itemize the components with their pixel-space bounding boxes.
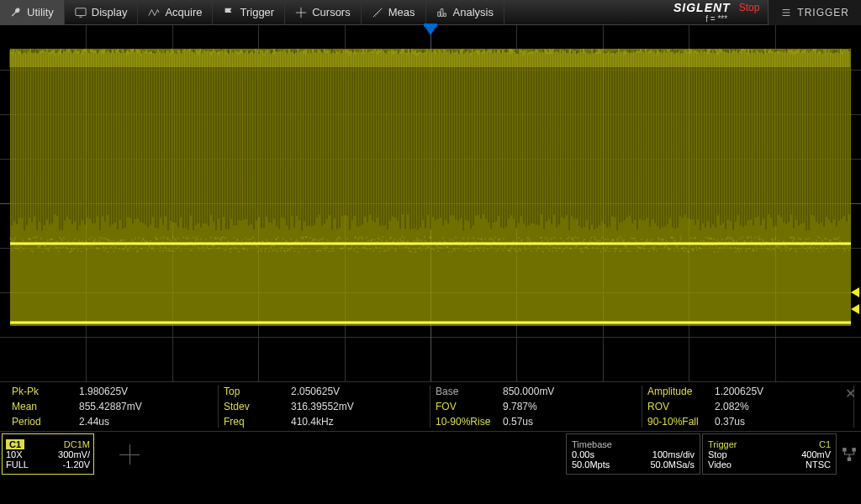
meas-label: 90-10%Fall <box>647 416 715 428</box>
meas-value: 9.787% <box>503 401 537 412</box>
cursors-icon <box>295 7 307 18</box>
brand-name: SIGLENT <box>673 1 731 14</box>
crosshair-icon <box>119 444 140 465</box>
svg-rect-2 <box>843 448 847 452</box>
menu-trigger[interactable]: Trigger <box>213 0 285 25</box>
trigger-source: C1 <box>819 439 831 449</box>
timebase-rate: 50.0MSa/s <box>650 459 695 470</box>
menu-label: Utility <box>27 6 54 18</box>
channel-offset-indicator[interactable] <box>851 304 859 314</box>
close-icon: ✕ <box>845 386 856 401</box>
channel-offset: -1.20V <box>63 459 90 470</box>
meas-label: 10-90%Rise <box>436 416 503 428</box>
svg-rect-0 <box>76 8 86 15</box>
channel-vdiv: 300mV/ <box>58 449 90 459</box>
meas-column: Pk-Pk1.980625V Mean855.42887mV Period2.4… <box>7 386 219 428</box>
svg-rect-3 <box>852 448 856 452</box>
timebase-title: Timebase <box>572 439 612 449</box>
meas-value: 855.42887mV <box>79 401 142 412</box>
meas-value: 410.4kHz <box>291 416 334 428</box>
menu-label: Display <box>92 6 128 18</box>
list-icon <box>780 7 792 18</box>
timebase-box[interactable]: Timebase 0.00s100ms/div 50.0Mpts50.0MSa/… <box>566 433 700 475</box>
trigger-box[interactable]: TriggerC1 Stop400mV VideoNTSC <box>702 433 837 475</box>
menu-label: Acquire <box>165 6 202 18</box>
trigger-level: 400mV <box>801 449 831 459</box>
measurements-panel: Pk-Pk1.980625V Mean855.42887mV Period2.4… <box>0 381 861 431</box>
trigger-position-marker[interactable] <box>424 25 437 35</box>
position-control[interactable] <box>96 432 163 476</box>
trigger-panel-button[interactable]: TRIGGER <box>768 0 861 25</box>
timebase-hdiv: 100ms/div <box>652 449 695 459</box>
meas-value: 0.37us <box>715 416 745 428</box>
menu-label: Cursors <box>312 6 351 18</box>
meas-value: 2.44us <box>79 416 109 428</box>
channel-id: C1 <box>6 439 24 449</box>
meas-value: 2.082% <box>715 401 749 412</box>
meas-label: Amplitude <box>647 386 715 397</box>
waveform-trace <box>0 25 861 381</box>
trigger-title: Trigger <box>708 439 737 449</box>
meas-label: Stdev <box>224 401 291 412</box>
menu-display[interactable]: Display <box>65 0 139 25</box>
meas-label: Freq <box>224 416 291 428</box>
channel-coupling: DC1M <box>64 439 90 449</box>
close-measurements-button[interactable]: ✕ <box>843 386 858 401</box>
acquire-icon <box>148 7 160 18</box>
waveform-display[interactable] <box>0 25 861 381</box>
menu-label: Trigger <box>240 6 274 18</box>
meas-value: 1.980625V <box>79 386 128 397</box>
meas-label: FOV <box>436 401 503 412</box>
svg-rect-4 <box>848 457 852 461</box>
channel-probe: 10X <box>6 449 23 459</box>
status-bar: C1DC1M 10X300mV/ FULL-1.20V Timebase 0.0… <box>0 431 861 476</box>
flag-icon <box>223 7 235 18</box>
meas-value: 1.200625V <box>715 386 763 397</box>
meas-value: 316.39552mV <box>291 401 354 412</box>
run-status: Stop <box>739 2 760 13</box>
meas-label: ROV <box>647 401 715 412</box>
trigger-type: Video <box>708 459 732 470</box>
channel-c1-box[interactable]: C1DC1M 10X300mV/ FULL-1.20V <box>2 433 94 475</box>
trigger-btn-label: TRIGGER <box>797 7 849 18</box>
meas-label: Period <box>12 416 79 428</box>
meas-column: Base850.000mV FOV9.787% 10-90%Rise0.57us <box>430 386 642 428</box>
meas-value: 2.050625V <box>291 386 340 397</box>
trigger-standard: NTSC <box>806 459 831 470</box>
menu-cursors[interactable]: Cursors <box>285 0 362 25</box>
meas-column: Amplitude1.200625V ROV2.082% 90-10%Fall0… <box>642 386 854 428</box>
analysis-icon <box>436 7 448 18</box>
freq-counter: f = *** <box>705 14 727 24</box>
wrench-icon <box>10 7 22 18</box>
menu-label: Meas <box>388 6 415 18</box>
meas-value: 850.000mV <box>503 386 554 397</box>
meas-column: Top2.050625V Stdev316.39552mV Freq410.4k… <box>219 386 430 428</box>
channel-bandwidth: FULL <box>6 459 29 470</box>
menu-meas[interactable]: Meas <box>362 0 426 25</box>
ruler-icon <box>372 7 383 18</box>
trigger-mode: Stop <box>708 449 727 459</box>
meas-label: Mean <box>12 401 79 412</box>
menu-utility[interactable]: Utility <box>0 0 65 25</box>
menu-analysis[interactable]: Analysis <box>426 0 504 25</box>
meas-value: 0.57us <box>503 416 533 428</box>
display-icon <box>75 7 87 18</box>
top-menu-bar: Utility Display Acquire Trigger Cursors … <box>0 0 861 25</box>
brand-status-block: SIGLENT Stop f = *** <box>665 0 768 25</box>
menu-acquire[interactable]: Acquire <box>138 0 213 25</box>
timebase-delay: 0.00s <box>572 449 594 459</box>
trigger-level-indicator[interactable] <box>851 287 859 297</box>
timebase-depth: 50.0Mpts <box>572 459 610 470</box>
meas-label: Base <box>436 386 503 397</box>
network-icon[interactable] <box>837 432 861 476</box>
meas-label: Pk-Pk <box>12 386 79 397</box>
meas-label: Top <box>224 386 291 397</box>
menu-label: Analysis <box>453 6 494 18</box>
